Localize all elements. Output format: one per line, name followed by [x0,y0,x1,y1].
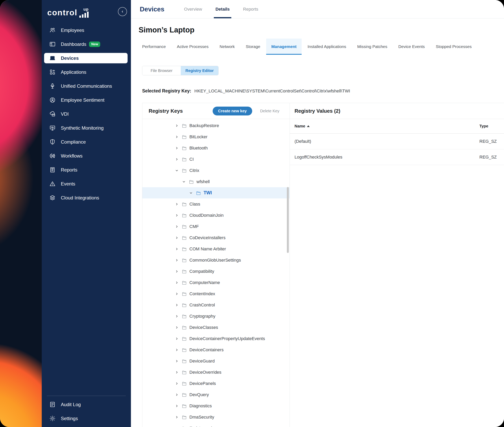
chevron-right-icon[interactable] [174,236,179,240]
detail-tab-performance[interactable]: Performance [142,38,166,55]
tree-item-class[interactable]: Class [142,198,290,210]
tree-item-devicecontainerpropertyupdateevents[interactable]: DeviceContainerPropertyUpdateEvents [142,333,290,344]
tree-item-cryptography[interactable]: Cryptography [142,311,290,322]
detail-tab-stopped-processes[interactable]: Stopped Processes [436,38,472,55]
tree-item-label: EarlyLaunch [189,426,213,427]
folder-icon [189,179,194,184]
sidebar-item-events[interactable]: Events [42,177,131,191]
tree-item-label: TWI [204,190,212,196]
sidebar-item-employees[interactable]: Employees [42,23,131,37]
chevron-right-icon[interactable] [174,325,179,330]
tab-overview[interactable]: Overview [184,0,202,18]
tree-item-deviceclasses[interactable]: DeviceClasses [142,322,290,333]
chevron-right-icon[interactable] [174,336,179,341]
detail-tab-missing-patches[interactable]: Missing Patches [357,38,387,55]
tree-item-codeviceinstallers[interactable]: CoDeviceInstallers [142,232,290,243]
tree-item-computername[interactable]: ComputerName [142,277,290,288]
detail-tab-network[interactable]: Network [220,38,235,55]
detail-tab-active-processes[interactable]: Active Processes [177,38,208,55]
tree-item-wfshell[interactable]: wfshell [142,176,290,187]
chevron-right-icon[interactable] [174,213,179,218]
tree-item-dmasecurity[interactable]: DmaSecurity [142,412,290,423]
sidebar-item-vdi[interactable]: VDI [42,107,131,121]
folder-icon [181,336,187,342]
tree-scrollbar-thumb[interactable] [287,187,289,253]
tree-item-devicecontainers[interactable]: DeviceContainers [142,344,290,355]
chevron-right-icon[interactable] [174,348,179,352]
sidebar-collapse-button[interactable] [118,7,127,16]
chevron-right-icon[interactable] [174,258,179,263]
tree-item-bluetooth[interactable]: Bluetooth [142,142,290,154]
sidebar-item-devices[interactable]: Devices [44,53,127,63]
chevron-right-icon[interactable] [174,291,179,296]
tree-item-diagnostics[interactable]: Diagnostics [142,400,290,412]
chevron-right-icon[interactable] [174,269,179,274]
chevron-right-icon[interactable] [174,202,179,206]
chevron-right-icon[interactable] [174,381,179,386]
chevron-right-icon[interactable] [174,404,179,408]
tree-item-com-name-arbiter[interactable]: COM Name Arbiter [142,243,290,254]
sidebar-item-unified-communications[interactable]: Unified Communications [42,79,131,93]
tree-item-twi[interactable]: TWI [142,187,290,198]
chevron-right-icon[interactable] [174,359,179,364]
tree-item-commonglobusersettings[interactable]: CommonGlobUserSettings [142,254,290,266]
sidebar-item-audit-log[interactable]: Audit Log [42,397,131,412]
sidebar-item-settings[interactable]: Settings [42,412,131,425]
sidebar-item-cloud-integrations[interactable]: Cloud Integrations [42,191,131,205]
chevron-right-icon[interactable] [174,135,179,139]
delete-key-button[interactable]: Delete Key [259,109,281,114]
chevron-right-icon[interactable] [174,224,179,229]
chevron-right-icon[interactable] [174,146,179,151]
tree-item-compatibility[interactable]: Compatibility [142,266,290,277]
folder-icon [181,370,187,375]
chevron-right-icon[interactable] [174,123,179,128]
sidebar-item-label: Workflows [61,153,82,159]
toggle-registry-editor[interactable]: Registry Editor [181,66,218,75]
chevron-right-icon[interactable] [174,426,179,427]
tree-item-crashcontrol[interactable]: CrashControl [142,299,290,311]
chevron-down-icon[interactable] [174,168,179,173]
tree-item-bitlocker[interactable]: BitLocker [142,131,290,142]
chevron-right-icon[interactable] [174,280,179,285]
detail-tab-device-events[interactable]: Device Events [398,38,425,55]
chevron-down-icon[interactable] [189,191,193,195]
tree-item-devquery[interactable]: DevQuery [142,389,290,400]
sidebar-item-synthetic-monitoring[interactable]: Synthetic Monitoring [42,121,131,135]
chevron-right-icon[interactable] [174,247,179,251]
tree-item-earlylaunch[interactable]: EarlyLaunch [142,423,290,427]
chevron-down-icon[interactable] [181,179,186,184]
detail-tab-management[interactable]: Management [266,38,302,55]
value-row-default[interactable]: (Default)REG_SZ [290,134,504,149]
tree-item-backuprestore[interactable]: BackupRestore [142,120,290,131]
tree-item-citrix[interactable]: Citrix [142,165,290,176]
detail-tabs: PerformanceActive ProcessesNetworkStorag… [142,38,472,55]
sidebar-item-applications[interactable]: Applications [42,65,131,79]
tree-item-contentindex[interactable]: ContentIndex [142,288,290,299]
chevron-right-icon[interactable] [174,392,179,397]
toggle-file-browser[interactable]: File Browser [142,66,181,75]
create-new-key-button[interactable]: Create new key [213,107,252,115]
chevron-right-icon[interactable] [174,303,179,307]
sidebar-item-reports[interactable]: Reports [42,163,131,177]
tree-item-deviceguard[interactable]: DeviceGuard [142,355,290,367]
tab-reports[interactable]: Reports [243,0,258,18]
column-header-type[interactable]: Type [479,124,488,129]
sidebar-item-compliance[interactable]: Compliance [42,135,131,149]
tab-details[interactable]: Details [215,0,229,18]
tree-item-ci[interactable]: CI [142,154,290,165]
chevron-right-icon[interactable] [174,415,179,419]
tree-item-devicepanels[interactable]: DevicePanels [142,378,290,389]
sidebar-item-dashboards[interactable]: DashboardsNew [42,37,131,51]
chevron-right-icon[interactable] [174,370,179,375]
sidebar-item-employee-sentiment[interactable]: Employee Sentiment [42,93,131,107]
value-row-logoffchecksysmodules[interactable]: LogoffCheckSysModulesREG_SZ [290,149,504,165]
sidebar-item-workflows[interactable]: Workflows [42,149,131,163]
tree-item-cmf[interactable]: CMF [142,221,290,232]
chevron-right-icon[interactable] [174,157,179,162]
column-header-name[interactable]: Name [295,124,310,129]
detail-tab-installed-applications[interactable]: Installed Applications [307,38,346,55]
tree-item-clouddomainjoin[interactable]: CloudDomainJoin [142,210,290,221]
tree-item-deviceoverrides[interactable]: DeviceOverrides [142,367,290,378]
chevron-right-icon[interactable] [174,314,179,319]
detail-tab-storage[interactable]: Storage [246,38,260,55]
